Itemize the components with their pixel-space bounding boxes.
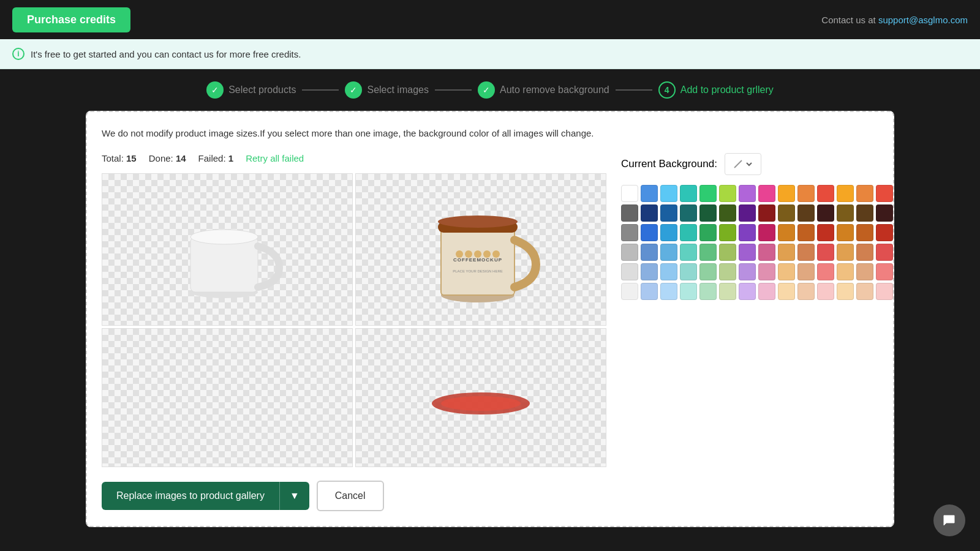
color-swatch-3-2[interactable] xyxy=(660,244,677,261)
color-swatch-2-12[interactable] xyxy=(856,224,873,241)
color-swatch-1-12[interactable] xyxy=(856,204,873,222)
current-bg-preview[interactable] xyxy=(725,153,761,175)
color-swatch-4-10[interactable] xyxy=(817,263,834,280)
color-swatch-0-5[interactable] xyxy=(719,185,736,202)
color-swatch-5-6[interactable] xyxy=(739,283,756,300)
cancel-button[interactable]: Cancel xyxy=(317,481,384,511)
color-swatch-3-9[interactable] xyxy=(797,244,815,261)
color-swatch-2-9[interactable] xyxy=(797,224,815,241)
replace-images-dropdown-button[interactable]: ▼ xyxy=(279,482,309,510)
color-swatch-3-5[interactable] xyxy=(719,244,736,261)
color-swatch-4-7[interactable] xyxy=(758,263,775,280)
color-swatch-5-1[interactable] xyxy=(641,283,658,300)
color-swatch-5-5[interactable] xyxy=(719,283,736,300)
color-swatch-5-13[interactable] xyxy=(876,283,893,300)
chat-button[interactable] xyxy=(933,504,965,536)
color-swatch-4-3[interactable] xyxy=(680,263,697,280)
info-icon: i xyxy=(12,48,24,60)
color-swatch-1-9[interactable] xyxy=(797,204,815,222)
color-swatch-0-12[interactable] xyxy=(856,185,873,202)
color-swatch-3-12[interactable] xyxy=(856,244,873,261)
svg-line-16 xyxy=(734,160,742,168)
color-swatch-5-2[interactable] xyxy=(660,283,677,300)
color-swatch-3-0[interactable] xyxy=(621,244,638,261)
color-swatch-4-4[interactable] xyxy=(699,263,717,280)
color-swatch-3-8[interactable] xyxy=(778,244,795,261)
color-swatch-1-4[interactable] xyxy=(699,204,717,222)
step-2: ✓ Select images xyxy=(345,81,429,99)
color-swatch-2-1[interactable] xyxy=(641,224,658,241)
color-swatch-2-2[interactable] xyxy=(660,224,677,241)
color-swatch-4-5[interactable] xyxy=(719,263,736,280)
color-swatch-0-9[interactable] xyxy=(797,185,815,202)
color-swatch-1-0[interactable] xyxy=(621,204,638,222)
color-swatch-0-2[interactable] xyxy=(660,185,677,202)
color-swatch-0-11[interactable] xyxy=(837,185,854,202)
color-swatch-2-6[interactable] xyxy=(739,224,756,241)
color-swatch-5-11[interactable] xyxy=(837,283,854,300)
color-swatch-3-13[interactable] xyxy=(876,244,893,261)
color-swatch-0-13[interactable] xyxy=(876,185,893,202)
color-swatch-1-11[interactable] xyxy=(837,204,854,222)
color-swatch-3-7[interactable] xyxy=(758,244,775,261)
color-swatch-1-6[interactable] xyxy=(739,204,756,222)
step-4-circle: 4 xyxy=(658,81,676,99)
color-swatch-0-0[interactable] xyxy=(621,185,638,202)
color-swatch-0-1[interactable] xyxy=(641,185,658,202)
steps-bar: ✓ Select products ✓ Select images ✓ Auto… xyxy=(0,69,980,111)
color-swatch-2-5[interactable] xyxy=(719,224,736,241)
color-swatch-5-4[interactable] xyxy=(699,283,717,300)
color-swatch-5-12[interactable] xyxy=(856,283,873,300)
color-swatch-2-11[interactable] xyxy=(837,224,854,241)
color-swatch-4-8[interactable] xyxy=(778,263,795,280)
color-swatch-0-4[interactable] xyxy=(699,185,717,202)
color-swatch-4-11[interactable] xyxy=(837,263,854,280)
color-swatch-5-0[interactable] xyxy=(621,283,638,300)
color-swatch-1-2[interactable] xyxy=(660,204,677,222)
svg-rect-1 xyxy=(190,237,258,292)
color-swatch-1-1[interactable] xyxy=(641,204,658,222)
color-swatch-1-7[interactable] xyxy=(758,204,775,222)
color-swatch-3-4[interactable] xyxy=(699,244,717,261)
svg-point-15 xyxy=(441,396,521,411)
color-swatch-2-7[interactable] xyxy=(758,224,775,241)
color-swatch-5-8[interactable] xyxy=(778,283,795,300)
color-swatch-2-10[interactable] xyxy=(817,224,834,241)
color-swatch-0-10[interactable] xyxy=(817,185,834,202)
color-swatch-4-1[interactable] xyxy=(641,263,658,280)
color-swatch-5-10[interactable] xyxy=(817,283,834,300)
color-swatch-0-3[interactable] xyxy=(680,185,697,202)
contact-email-link[interactable]: support@asglmo.com xyxy=(878,15,968,25)
color-swatch-2-13[interactable] xyxy=(876,224,893,241)
step-separator-2 xyxy=(435,89,472,91)
color-swatch-0-6[interactable] xyxy=(739,185,756,202)
color-swatch-1-10[interactable] xyxy=(817,204,834,222)
color-swatch-4-2[interactable] xyxy=(660,263,677,280)
color-swatch-3-11[interactable] xyxy=(837,244,854,261)
purchase-credits-button[interactable]: Purchase credits xyxy=(12,7,130,32)
replace-images-button[interactable]: Replace images to product gallery xyxy=(102,482,279,510)
color-swatch-2-3[interactable] xyxy=(680,224,697,241)
color-swatch-5-7[interactable] xyxy=(758,283,775,300)
color-swatch-2-4[interactable] xyxy=(699,224,717,241)
color-swatch-4-9[interactable] xyxy=(797,263,815,280)
color-swatch-3-3[interactable] xyxy=(680,244,697,261)
color-swatch-4-6[interactable] xyxy=(739,263,756,280)
color-swatch-0-7[interactable] xyxy=(758,185,775,202)
retry-all-failed-link[interactable]: Retry all failed xyxy=(246,153,304,163)
color-swatch-1-5[interactable] xyxy=(719,204,736,222)
color-swatch-4-0[interactable] xyxy=(621,263,638,280)
color-swatch-4-13[interactable] xyxy=(876,263,893,280)
color-swatch-1-8[interactable] xyxy=(778,204,795,222)
color-swatch-5-9[interactable] xyxy=(797,283,815,300)
color-swatch-3-10[interactable] xyxy=(817,244,834,261)
color-swatch-0-8[interactable] xyxy=(778,185,795,202)
color-swatch-1-13[interactable] xyxy=(876,204,893,222)
color-swatch-3-1[interactable] xyxy=(641,244,658,261)
color-swatch-2-8[interactable] xyxy=(778,224,795,241)
color-swatch-3-6[interactable] xyxy=(739,244,756,261)
color-swatch-4-12[interactable] xyxy=(856,263,873,280)
color-swatch-1-3[interactable] xyxy=(680,204,697,222)
color-swatch-5-3[interactable] xyxy=(680,283,697,300)
color-swatch-2-0[interactable] xyxy=(621,224,638,241)
